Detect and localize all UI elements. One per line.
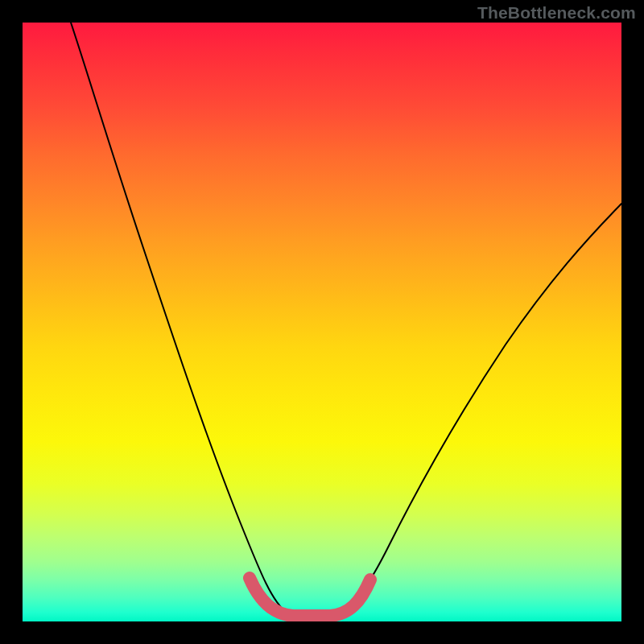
chart-plot-area [23,23,621,621]
watermark-label: TheBottleneck.com [477,3,636,23]
chart-frame: TheBottleneck.com [0,0,644,644]
chart-svg [23,23,621,621]
highlight-optimal-range [250,578,370,616]
bottleneck-curve [71,23,621,618]
